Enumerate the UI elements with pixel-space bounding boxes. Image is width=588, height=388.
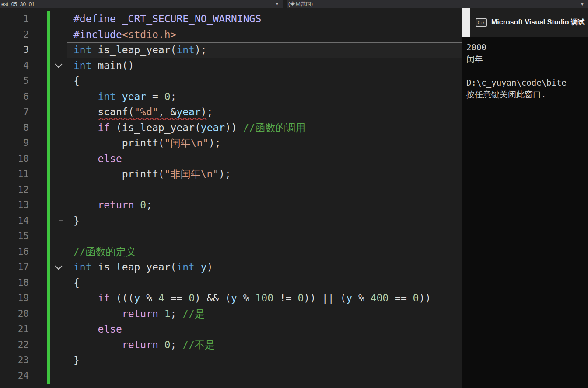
line-number[interactable]: 14 — [0, 213, 32, 229]
line-number[interactable]: 17 — [0, 260, 32, 275]
code-line[interactable]: 16//函数的定义 — [0, 244, 462, 260]
fold-column[interactable] — [50, 322, 67, 337]
fold-column[interactable] — [50, 306, 67, 322]
debug-console-window[interactable]: C:\ Microsoft Visual Studio 调试 2000闰年D:\… — [462, 8, 588, 388]
code-line[interactable]: 23} — [0, 353, 462, 368]
code-text[interactable]: if (is_leap_year(year)) //函数的调用 — [67, 120, 462, 136]
code-line[interactable]: 5{ — [0, 73, 462, 89]
fold-column[interactable] — [50, 213, 67, 229]
code-line[interactable]: 13 return 0; — [0, 197, 462, 213]
editor[interactable]: 1#define _CRT_SECURE_NO_WARNINGS2#includ… — [0, 8, 462, 388]
code-line[interactable]: 20 return 1; //是 — [0, 306, 462, 322]
code-line[interactable]: 22 return 0; //不是 — [0, 337, 462, 353]
fold-column[interactable] — [50, 27, 67, 43]
code-line[interactable]: 3int is_leap_year(int); — [0, 42, 462, 58]
fold-column[interactable] — [50, 260, 67, 275]
code-text[interactable]: //函数的定义 — [67, 244, 462, 260]
line-number[interactable]: 3 — [0, 42, 32, 58]
fold-column[interactable] — [50, 135, 67, 151]
line-number[interactable]: 5 — [0, 73, 32, 89]
code-line[interactable]: 24 — [0, 368, 462, 384]
code-text[interactable] — [67, 182, 462, 198]
fold-column[interactable] — [50, 58, 67, 74]
code-line[interactable]: 11 printf("非闰年\n"); — [0, 166, 462, 182]
code-line[interactable]: 1#define _CRT_SECURE_NO_WARNINGS — [0, 11, 462, 27]
fold-column[interactable] — [50, 11, 67, 27]
line-number[interactable]: 22 — [0, 337, 32, 353]
project-scope-dropdown[interactable]: est_05_30_01 ▼ — [0, 0, 283, 8]
line-number[interactable]: 15 — [0, 229, 32, 244]
line-number[interactable]: 23 — [0, 353, 32, 368]
line-number[interactable]: 21 — [0, 322, 32, 337]
code-text[interactable]: { — [67, 275, 462, 291]
code-line[interactable]: 8 if (is_leap_year(year)) //函数的调用 — [0, 120, 462, 136]
fold-column[interactable] — [50, 182, 67, 198]
code-text[interactable] — [67, 229, 462, 244]
line-number[interactable]: 12 — [0, 182, 32, 198]
line-number[interactable]: 19 — [0, 291, 32, 306]
line-number[interactable]: 6 — [0, 89, 32, 105]
code-line[interactable]: 2#include<stdio.h> — [0, 27, 462, 43]
fold-column[interactable] — [50, 89, 67, 105]
console-titlebar[interactable]: C:\ Microsoft Visual Studio 调试 — [462, 8, 588, 37]
line-number[interactable]: 11 — [0, 166, 32, 182]
code-text[interactable]: return 0; — [67, 197, 462, 213]
console-output[interactable]: 2000闰年D:\c_yuyan\code\bite按任意键关闭此窗口. — [462, 37, 588, 100]
code-text[interactable]: } — [67, 353, 462, 368]
code-line[interactable]: 17int is_leap_year(int y) — [0, 260, 462, 275]
code-line[interactable]: 15 — [0, 229, 462, 244]
code-text[interactable]: else — [67, 322, 462, 337]
code-text[interactable] — [67, 368, 462, 384]
code-line[interactable]: 14} — [0, 213, 462, 229]
fold-column[interactable] — [50, 275, 67, 291]
fold-column[interactable] — [50, 197, 67, 213]
fold-column[interactable] — [50, 166, 67, 182]
line-number[interactable]: 10 — [0, 151, 32, 167]
line-number[interactable]: 1 — [0, 11, 32, 27]
code-text[interactable]: int is_leap_year(int); — [67, 42, 462, 58]
fold-column[interactable] — [50, 353, 67, 368]
fold-column[interactable] — [50, 42, 67, 58]
fold-column[interactable] — [50, 151, 67, 167]
code-text[interactable]: int is_leap_year(int y) — [67, 260, 462, 275]
code-text[interactable]: } — [67, 213, 462, 229]
code-text[interactable]: printf("闰年\n"); — [67, 135, 462, 151]
line-number[interactable]: 20 — [0, 306, 32, 322]
code-text[interactable]: #define _CRT_SECURE_NO_WARNINGS — [67, 11, 462, 27]
code-text[interactable]: #include<stdio.h> — [67, 27, 462, 43]
member-scope-dropdown[interactable]: (全局范围) ▼ — [287, 0, 588, 8]
fold-column[interactable] — [50, 229, 67, 244]
fold-column[interactable] — [50, 368, 67, 384]
code-text[interactable]: return 0; //不是 — [67, 337, 462, 353]
code-text[interactable]: int year = 0; — [67, 89, 462, 105]
code-text[interactable]: int main() — [67, 58, 462, 74]
code-line[interactable]: 21 else — [0, 322, 462, 337]
code-text[interactable]: else — [67, 151, 462, 167]
code-text[interactable]: if (((y % 4 == 0) && (y % 100 != 0)) || … — [67, 291, 462, 306]
code-line[interactable]: 19 if (((y % 4 == 0) && (y % 100 != 0)) … — [0, 291, 462, 306]
line-number[interactable]: 9 — [0, 135, 32, 151]
line-number[interactable]: 13 — [0, 197, 32, 213]
line-number[interactable]: 24 — [0, 368, 32, 384]
fold-column[interactable] — [50, 291, 67, 306]
code-line[interactable]: 4int main() — [0, 58, 462, 74]
code-line[interactable]: 12 — [0, 182, 462, 198]
fold-column[interactable] — [50, 73, 67, 89]
fold-column[interactable] — [50, 120, 67, 136]
line-number[interactable]: 7 — [0, 104, 32, 120]
code-line[interactable]: 7 scanf("%d", &year); — [0, 104, 462, 120]
line-number[interactable]: 2 — [0, 27, 32, 43]
code-text[interactable]: return 1; //是 — [67, 306, 462, 322]
line-number[interactable]: 18 — [0, 275, 32, 291]
code-line[interactable]: 18{ — [0, 275, 462, 291]
chevron-down-icon[interactable] — [55, 262, 63, 270]
code-line[interactable]: 6 int year = 0; — [0, 89, 462, 105]
fold-column[interactable] — [50, 337, 67, 353]
code-line[interactable]: 9 printf("闰年\n"); — [0, 135, 462, 151]
line-number[interactable]: 16 — [0, 244, 32, 260]
chevron-down-icon[interactable] — [55, 61, 63, 68]
fold-column[interactable] — [50, 104, 67, 120]
code-text[interactable]: scanf("%d", &year); — [67, 104, 462, 120]
code-text[interactable]: printf("非闰年\n"); — [67, 166, 462, 182]
code-line[interactable]: 10 else — [0, 151, 462, 167]
